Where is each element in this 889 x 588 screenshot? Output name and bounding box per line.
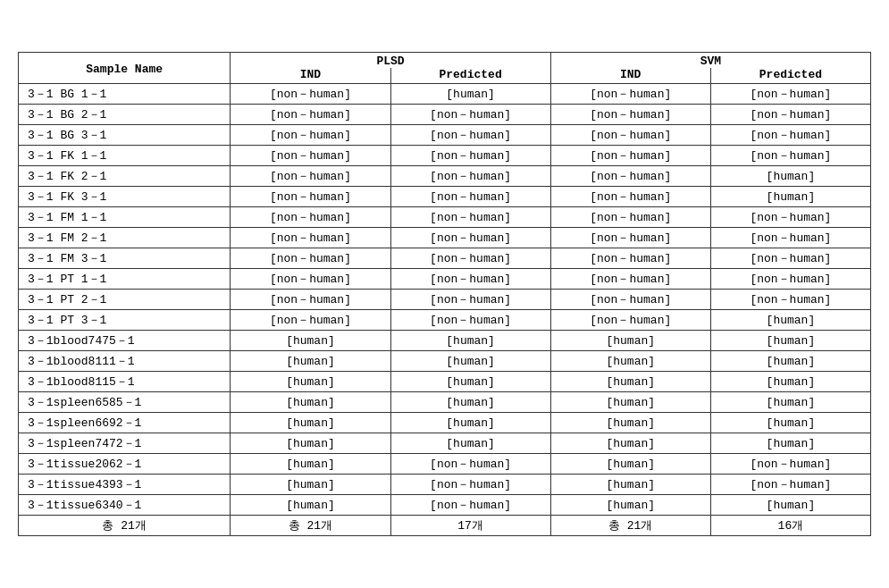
sample-name-cell: 3－1 FK 1－1 bbox=[19, 146, 231, 166]
svm-pred-cell: [human] bbox=[710, 392, 870, 413]
svm-ind-cell: [non－human] bbox=[550, 290, 710, 310]
table-row: 3－1spleen7472－1 [human] [human] [human] … bbox=[19, 433, 871, 454]
svm-ind-cell: [human] bbox=[550, 475, 710, 495]
plsd-pred-cell: [non－human] bbox=[390, 248, 550, 269]
table-row: 3－1blood8111－1 [human] [human] [human] [… bbox=[19, 351, 871, 372]
sample-name-cell: 3－1 BG 2－1 bbox=[19, 105, 231, 125]
svm-pred-cell: [non－human] bbox=[710, 146, 870, 166]
plsd-pred-cell: [non－human] bbox=[390, 269, 550, 290]
plsd-ind-cell: [human] bbox=[231, 372, 390, 392]
plsd-ind-cell: [non－human] bbox=[231, 166, 390, 187]
svm-pred-cell: [human] bbox=[710, 433, 870, 454]
plsd-ind-cell: [non－human] bbox=[231, 105, 390, 125]
svm-ind-cell: [human] bbox=[550, 351, 710, 372]
plsd-ind-cell: [non－human] bbox=[231, 290, 390, 310]
plsd-ind-header: IND bbox=[231, 68, 390, 84]
plsd-pred-cell: [non－human] bbox=[390, 228, 550, 248]
svm-predicted-header: Predicted bbox=[710, 68, 870, 84]
svm-ind-cell: [non－human] bbox=[550, 269, 710, 290]
footer-col4: 총 21개 bbox=[550, 516, 710, 536]
svm-pred-cell: [non－human] bbox=[710, 105, 870, 125]
svm-ind-cell: [human] bbox=[550, 454, 710, 475]
svm-ind-cell: [non－human] bbox=[550, 105, 710, 125]
footer-col3: 17개 bbox=[390, 516, 550, 536]
plsd-pred-cell: [non－human] bbox=[390, 207, 550, 228]
svm-pred-cell: [non－human] bbox=[710, 84, 870, 105]
sample-name-cell: 3－1tissue4393－1 bbox=[19, 475, 231, 495]
plsd-ind-cell: [non－human] bbox=[231, 125, 390, 146]
plsd-pred-cell: [non－human] bbox=[390, 310, 550, 331]
sample-name-cell: 3－1spleen6692－1 bbox=[19, 413, 231, 433]
plsd-ind-cell: [human] bbox=[231, 392, 390, 413]
table-row: 3－1spleen6692－1 [human] [human] [human] … bbox=[19, 413, 871, 433]
svm-ind-cell: [non－human] bbox=[550, 248, 710, 269]
sample-name-cell: 3－1 PT 2－1 bbox=[19, 290, 231, 310]
plsd-ind-cell: [non－human] bbox=[231, 146, 390, 166]
plsd-pred-cell: [non－human] bbox=[390, 290, 550, 310]
plsd-ind-cell: [human] bbox=[231, 475, 390, 495]
footer-col2: 총 21개 bbox=[231, 516, 390, 536]
table-row: 3－1 FM 3－1 [non－human] [non－human] [non－… bbox=[19, 248, 871, 269]
sample-name-cell: 3－1 PT 3－1 bbox=[19, 310, 231, 331]
plsd-pred-cell: [non－human] bbox=[390, 475, 550, 495]
sample-name-cell: 3－1tissue6340－1 bbox=[19, 495, 231, 516]
plsd-ind-cell: [non－human] bbox=[231, 207, 390, 228]
svm-ind-cell: [non－human] bbox=[550, 84, 710, 105]
svm-pred-cell: [human] bbox=[710, 351, 870, 372]
table-row: 3－1spleen6585－1 [human] [human] [human] … bbox=[19, 392, 871, 413]
sample-name-cell: 3－1blood8115－1 bbox=[19, 372, 231, 392]
plsd-pred-cell: [non－human] bbox=[390, 146, 550, 166]
sample-name-cell: 3－1 FK 3－1 bbox=[19, 187, 231, 207]
svm-pred-cell: [human] bbox=[710, 310, 870, 331]
plsd-group-header: PLSD bbox=[231, 53, 550, 69]
plsd-pred-cell: [human] bbox=[390, 331, 550, 351]
footer-col5: 16개 bbox=[710, 516, 870, 536]
plsd-ind-cell: [human] bbox=[231, 351, 390, 372]
svm-ind-cell: [human] bbox=[550, 433, 710, 454]
plsd-pred-cell: [non－human] bbox=[390, 105, 550, 125]
group-header-row: Sample Name PLSD SVM bbox=[19, 53, 871, 69]
sample-name-cell: 3－1 BG 1－1 bbox=[19, 84, 231, 105]
table-row: 3－1 PT 3－1 [non－human] [non－human] [non－… bbox=[19, 310, 871, 331]
plsd-ind-cell: [non－human] bbox=[231, 310, 390, 331]
table-row: 3－1tissue6340－1 [human] [non－human] [hum… bbox=[19, 495, 871, 516]
svm-pred-cell: [non－human] bbox=[710, 248, 870, 269]
sample-name-cell: 3－1spleen6585－1 bbox=[19, 392, 231, 413]
sample-name-cell: 3－1 BG 3－1 bbox=[19, 125, 231, 146]
plsd-predicted-header: Predicted bbox=[390, 68, 550, 84]
table-row: 3－1 FK 2－1 [non－human] [non－human] [non－… bbox=[19, 166, 871, 187]
table-row: 3－1 FK 1－1 [non－human] [non－human] [non－… bbox=[19, 146, 871, 166]
plsd-pred-cell: [human] bbox=[390, 372, 550, 392]
sample-name-cell: 3－1blood8111－1 bbox=[19, 351, 231, 372]
svm-ind-cell: [human] bbox=[550, 372, 710, 392]
svm-ind-cell: [non－human] bbox=[550, 125, 710, 146]
plsd-ind-cell: [non－human] bbox=[231, 269, 390, 290]
table-row: 3－1blood7475－1 [human] [human] [human] [… bbox=[19, 331, 871, 351]
table-row: 3－1 BG 1－1 [non－human] [human] [non－huma… bbox=[19, 84, 871, 105]
table-row: 3－1 PT 2－1 [non－human] [non－human] [non－… bbox=[19, 290, 871, 310]
sample-name-cell: 3－1tissue2062－1 bbox=[19, 454, 231, 475]
plsd-ind-cell: [human] bbox=[231, 454, 390, 475]
plsd-pred-cell: [non－human] bbox=[390, 187, 550, 207]
table-row: 3－1 FK 3－1 [non－human] [non－human] [non－… bbox=[19, 187, 871, 207]
plsd-pred-cell: [human] bbox=[390, 413, 550, 433]
svm-pred-cell: [non－human] bbox=[710, 207, 870, 228]
svm-ind-cell: [non－human] bbox=[550, 228, 710, 248]
svm-ind-cell: [human] bbox=[550, 413, 710, 433]
plsd-ind-cell: [non－human] bbox=[231, 187, 390, 207]
sample-name-cell: 3－1spleen7472－1 bbox=[19, 433, 231, 454]
table-row: 3－1tissue2062－1 [human] [non－human] [hum… bbox=[19, 454, 871, 475]
footer-col1: 총 21개 bbox=[19, 516, 231, 536]
svm-pred-cell: [non－human] bbox=[710, 290, 870, 310]
table-row: 3－1 BG 3－1 [non－human] [non－human] [non－… bbox=[19, 125, 871, 146]
results-table: Sample Name PLSD SVM IND Predicted IND P… bbox=[18, 52, 871, 536]
svm-pred-cell: [human] bbox=[710, 331, 870, 351]
table-row: 3－1 FM 2－1 [non－human] [non－human] [non－… bbox=[19, 228, 871, 248]
svm-ind-header: IND bbox=[550, 68, 710, 84]
svm-ind-cell: [non－human] bbox=[550, 310, 710, 331]
plsd-pred-cell: [non－human] bbox=[390, 495, 550, 516]
svm-pred-cell: [human] bbox=[710, 187, 870, 207]
table-row: 3－1 PT 1－1 [non－human] [non－human] [non－… bbox=[19, 269, 871, 290]
svm-ind-cell: [human] bbox=[550, 495, 710, 516]
plsd-ind-cell: [non－human] bbox=[231, 248, 390, 269]
